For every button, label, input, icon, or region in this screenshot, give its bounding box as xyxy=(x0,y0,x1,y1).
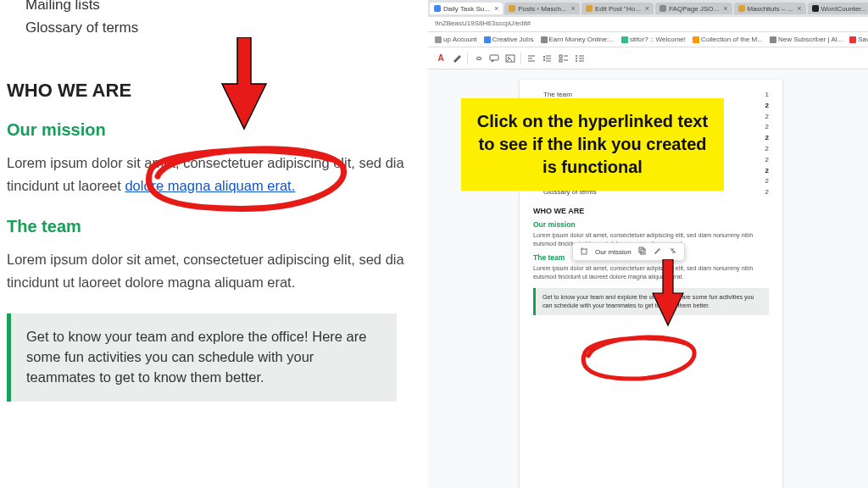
annotation-arrow-icon xyxy=(651,259,685,327)
browser-tab[interactable]: Maschituts – ...× xyxy=(734,3,806,14)
toc-page: 2 xyxy=(765,176,769,187)
add-comment-button[interactable] xyxy=(488,53,500,64)
bookmark-favicon-icon xyxy=(849,36,856,43)
bookmark-item[interactable]: Collection of the M... xyxy=(693,36,763,43)
insert-image-button[interactable] xyxy=(504,53,516,64)
tab-label: Maschituts – ... xyxy=(748,5,793,13)
nav-item-mailing: Mailing lists xyxy=(25,0,428,16)
tab-label: Daily Task Su... xyxy=(443,5,490,13)
remove-link-button[interactable] xyxy=(669,247,677,257)
bookmark-item[interactable]: Creative Jobs xyxy=(484,36,534,43)
tab-close-icon[interactable]: × xyxy=(494,4,498,13)
bookmark-favicon-icon xyxy=(770,36,776,43)
bookmark-favicon-icon xyxy=(541,36,548,43)
docs-toolbar: A xyxy=(428,47,868,69)
tab-label: Edit Post "Ho... xyxy=(595,5,641,13)
bookmark-icon xyxy=(580,247,588,257)
annotation-arrow-icon xyxy=(219,37,270,130)
tab-close-icon[interactable]: × xyxy=(797,4,801,13)
toc-page: 2 xyxy=(765,101,769,112)
bookmark-item[interactable]: New Subscriber | Al... xyxy=(770,36,843,43)
toc-page: 2 xyxy=(765,133,769,144)
bookmark-favicon-icon xyxy=(435,36,442,43)
tab-label: FAQPage JSO... xyxy=(669,5,719,13)
browser-tab[interactable]: Posts ‹ Masch...× xyxy=(504,3,580,14)
tab-favicon-icon xyxy=(509,5,515,12)
edit-link-button[interactable] xyxy=(654,247,662,257)
toc-page: 2 xyxy=(765,144,769,155)
tab-favicon-icon xyxy=(434,5,441,12)
bookmark-favicon-icon xyxy=(693,36,699,43)
toc-page: 1 xyxy=(765,90,769,101)
callout-text: Get to know your team and explore the of… xyxy=(26,327,381,388)
link-preview-popup: Our mission xyxy=(572,242,685,261)
tab-close-icon[interactable]: × xyxy=(723,4,727,13)
svg-rect-3 xyxy=(559,55,562,58)
toc-page: 2 xyxy=(765,112,769,123)
bookmark-favicon-icon xyxy=(621,36,628,43)
bookmark-favicon-icon xyxy=(484,36,491,43)
highlight-button[interactable] xyxy=(451,53,463,64)
tab-close-icon[interactable]: × xyxy=(645,4,649,13)
browser-tab[interactable]: WordCounter...× xyxy=(808,3,868,14)
bookmark-item[interactable]: Earn Money Online:... xyxy=(541,36,615,43)
svg-rect-4 xyxy=(559,59,562,62)
tab-close-icon[interactable]: × xyxy=(571,4,576,13)
doc-heading-who: WHO WE ARE xyxy=(533,207,769,215)
tab-label: Posts ‹ Masch... xyxy=(518,5,566,13)
heading-the-team: The team xyxy=(7,217,428,236)
mission-hyperlink[interactable]: dolore magna aliquam erat. xyxy=(125,178,295,193)
link-popup-label[interactable]: Our mission xyxy=(595,248,632,256)
browser-tab[interactable]: Daily Task Su...× xyxy=(430,3,503,14)
copy-link-button[interactable] xyxy=(638,247,647,257)
checklist-button[interactable] xyxy=(558,53,570,64)
toc-page: 2 xyxy=(765,166,769,177)
mission-paragraph: Lorem ipsum dolor sit amet, consectetuer… xyxy=(7,152,428,197)
bullet-list-button[interactable] xyxy=(574,53,586,64)
svg-point-7 xyxy=(576,60,577,62)
tab-favicon-icon xyxy=(738,5,745,12)
left-document-closeup: Mailing lists Glossary of terms WHO WE A… xyxy=(0,0,428,488)
bookmark-item[interactable]: stifor? :: Welcome! xyxy=(621,36,686,43)
heading-who-we-are: WHO WE ARE xyxy=(7,80,428,102)
toc-page: 2 xyxy=(765,155,769,166)
bookmark-item[interactable]: up Account xyxy=(435,36,477,43)
text-color-button[interactable]: A xyxy=(435,53,447,64)
toolbar-separator xyxy=(467,53,468,64)
tab-favicon-icon xyxy=(812,5,819,12)
url-bar[interactable]: 9nZBeasU19S8H63sccpU/edit# xyxy=(428,17,868,32)
team-paragraph: Lorem ipsum dolor sit amet, consectetuer… xyxy=(7,248,428,293)
svg-point-5 xyxy=(576,55,577,57)
toc-page: 2 xyxy=(765,187,769,198)
align-button[interactable] xyxy=(526,53,537,64)
svg-rect-0 xyxy=(490,55,498,60)
bookmarks-bar: up AccountCreative JobsEarn Money Online… xyxy=(428,32,868,47)
heading-our-mission: Our mission xyxy=(7,120,428,140)
callout-box: Get to know your team and explore the of… xyxy=(7,313,397,402)
doc-heading-mission: Our mission xyxy=(533,220,769,229)
tab-favicon-icon xyxy=(659,5,666,12)
nav-item-glossary: Glossary of terms xyxy=(25,16,428,39)
toolbar-separator xyxy=(520,53,521,64)
browser-tab-strip: Daily Task Su...×Posts ‹ Masch...×Edit P… xyxy=(428,0,868,17)
svg-point-6 xyxy=(576,58,577,59)
browser-tab[interactable]: Edit Post "Ho...× xyxy=(581,3,654,14)
browser-tab[interactable]: FAQPage JSO...× xyxy=(655,3,732,14)
annotation-instruction: Click on the hyperlinked text to see if … xyxy=(461,98,724,191)
bookmark-item[interactable]: Saving the xyxy=(849,36,868,43)
tab-label: WordCounter... xyxy=(821,5,867,13)
toc-page: 2 xyxy=(765,122,769,133)
tab-favicon-icon xyxy=(586,5,593,12)
insert-link-button[interactable] xyxy=(472,53,484,64)
browser-window: Daily Task Su...×Posts ‹ Masch...×Edit P… xyxy=(428,0,868,488)
line-spacing-button[interactable] xyxy=(542,53,554,64)
